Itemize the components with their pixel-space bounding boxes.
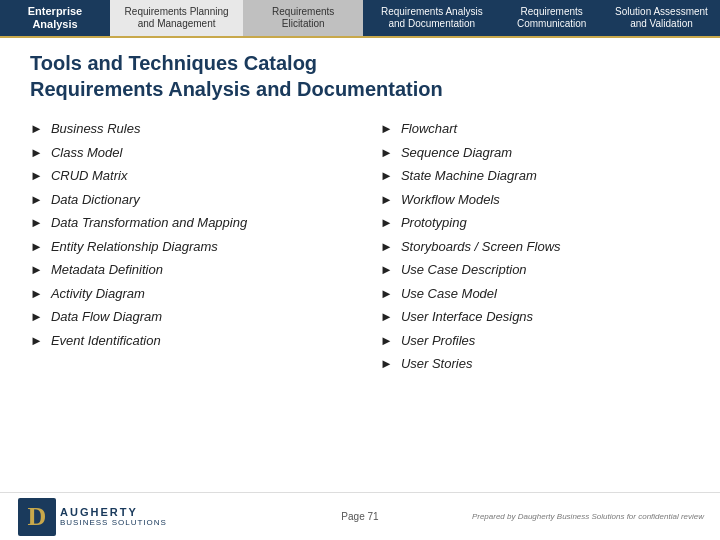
bullet-icon: ► [30,215,43,230]
list-item: ►Activity Diagram [30,285,340,303]
bullet-icon: ► [30,262,43,277]
bullet-icon: ► [380,145,393,160]
list-item: ►User Profiles [380,332,690,350]
list-item: ►Sequence Diagram [380,144,690,162]
nav-req-planning[interactable]: Requirements Planning and Management [110,0,243,36]
list-item: ►CRUD Matrix [30,167,340,185]
list-item: ►Metadata Definition [30,261,340,279]
bullet-icon: ► [380,333,393,348]
nav-enterprise[interactable]: Enterprise Analysis [0,0,110,36]
list-item: ►User Stories [380,355,690,373]
logo-d-letter: D [18,498,56,536]
right-column: ►Flowchart►Sequence Diagram►State Machin… [380,120,690,379]
list-item: ►Class Model [30,144,340,162]
nav-req-communication[interactable]: Requirements Communication [500,0,603,36]
bullet-icon: ► [380,192,393,207]
bullet-icon: ► [30,121,43,136]
bullet-icon: ► [380,121,393,136]
bullet-icon: ► [380,239,393,254]
list-item: ►Event Identification [30,332,340,350]
list-item: ►Use Case Description [380,261,690,279]
list-item: ►User Interface Designs [380,308,690,326]
list-item: ►Data Transformation and Mapping [30,214,340,232]
bullet-icon: ► [380,286,393,301]
bullet-icon: ► [380,215,393,230]
footer: D AUGHERTY BUSINESS SOLUTIONS Page 71 Pr… [0,492,720,540]
list-item: ►Workflow Models [380,191,690,209]
logo: D AUGHERTY BUSINESS SOLUTIONS [0,498,167,536]
list-item: ►Use Case Model [380,285,690,303]
nav-bar: Enterprise Analysis Requirements Plannin… [0,0,720,36]
bullet-icon: ► [380,309,393,324]
page-number: Page 71 [341,511,378,522]
bullet-icon: ► [30,145,43,160]
bullet-icon: ► [30,286,43,301]
list-item: ►Prototyping [380,214,690,232]
nav-req-analysis[interactable]: Requirements Analysis and Documentation [363,0,500,36]
bullet-icon: ► [30,168,43,183]
bullet-icon: ► [30,239,43,254]
bullet-icon: ► [30,309,43,324]
lists-container: ►Business Rules►Class Model►CRUD Matrix►… [30,120,690,379]
bullet-icon: ► [30,192,43,207]
list-item: ►Flowchart [380,120,690,138]
bullet-icon: ► [380,356,393,371]
logo-text: AUGHERTY BUSINESS SOLUTIONS [60,506,167,527]
list-item: ►Entity Relationship Diagrams [30,238,340,256]
list-item: ►State Machine Diagram [380,167,690,185]
bullet-icon: ► [380,168,393,183]
bullet-icon: ► [380,262,393,277]
list-item: ►Data Dictionary [30,191,340,209]
left-column: ►Business Rules►Class Model►CRUD Matrix►… [30,120,340,379]
footer-copyright: Prepared by Daugherty Business Solutions… [472,512,704,521]
nav-solution-assessment[interactable]: Solution Assessment and Validation [603,0,720,36]
main-content: Tools and Techniques Catalog Requirement… [0,38,720,389]
list-item: ►Business Rules [30,120,340,138]
bullet-icon: ► [30,333,43,348]
page-title: Tools and Techniques Catalog Requirement… [30,50,690,102]
list-item: ►Data Flow Diagram [30,308,340,326]
nav-req-elicitation[interactable]: Requirements Elicitation [243,0,363,36]
list-item: ►Storyboards / Screen Flows [380,238,690,256]
